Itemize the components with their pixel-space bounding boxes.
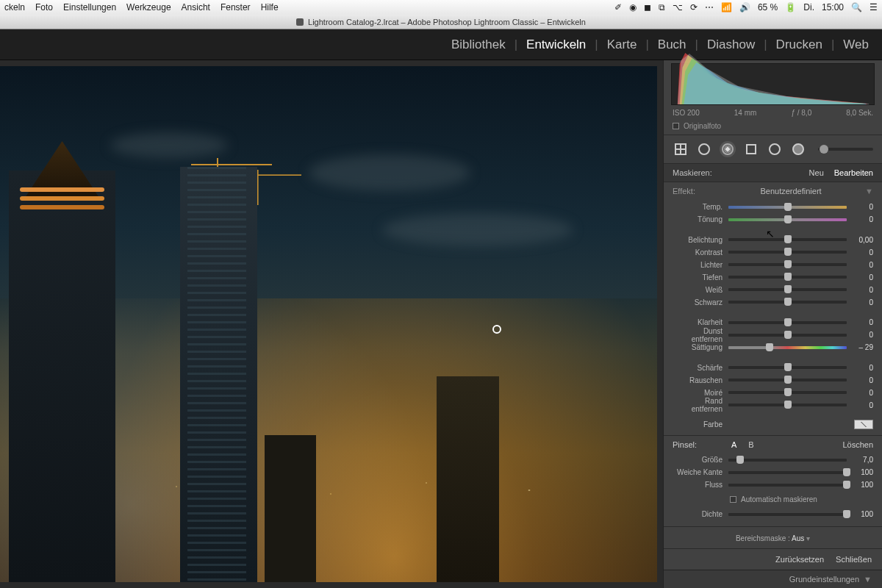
slider-knob[interactable] xyxy=(784,285,792,293)
menu-ansicht[interactable]: Ansicht xyxy=(182,2,210,12)
adjustment-pin[interactable] xyxy=(492,325,501,334)
chevron-down-icon[interactable]: ▼ xyxy=(865,187,873,196)
slider-knob[interactable] xyxy=(784,215,792,223)
histogram[interactable] xyxy=(671,63,875,105)
range-tool[interactable] xyxy=(790,141,806,157)
checkbox-icon[interactable] xyxy=(673,123,679,129)
cc-icon[interactable]: ◉ xyxy=(629,2,637,12)
chevron-down-icon[interactable]: ▾ xyxy=(806,534,810,542)
tone-slider-kontrast[interactable]: Kontrast0 xyxy=(664,246,882,259)
brush-b[interactable]: B xyxy=(748,440,753,449)
slider-value[interactable]: 0 xyxy=(847,273,873,282)
color-row[interactable]: Farbe xyxy=(664,417,882,432)
brush-slider-gre[interactable]: Größe7,0 xyxy=(664,453,882,466)
slider-value[interactable]: 0 xyxy=(847,331,873,339)
presence-slider-sttigung[interactable]: Sättigung– 29 xyxy=(664,341,882,354)
slider-value[interactable]: – 29 xyxy=(847,343,873,351)
close-button[interactable]: Schließen xyxy=(836,555,872,564)
slider-knob[interactable] xyxy=(784,298,792,306)
slider-value[interactable]: 0 xyxy=(847,261,873,269)
effect-row[interactable]: Effekt: Benutzerdefiniert ▼ xyxy=(664,182,882,198)
slider-knob[interactable] xyxy=(784,331,792,339)
slider-value[interactable]: 100 xyxy=(847,510,873,518)
chevron-down-icon[interactable]: ▼ xyxy=(864,575,872,584)
wb-slider-tnung[interactable]: Tönung0 xyxy=(664,213,882,226)
module-entwickeln[interactable]: Entwickeln xyxy=(526,37,586,52)
display-icon[interactable]: ⌥ xyxy=(673,2,683,12)
brush-a[interactable]: A xyxy=(731,440,736,449)
slider-knob[interactable] xyxy=(784,248,792,256)
brush-delete[interactable]: Löschen xyxy=(842,440,873,449)
original-photo-toggle[interactable]: Originalfoto xyxy=(664,119,882,135)
bookmark-icon[interactable]: ⧉ xyxy=(659,2,665,12)
slider-knob[interactable] xyxy=(784,203,792,211)
slider-knob[interactable] xyxy=(784,260,792,268)
detail-slider-schrfe[interactable]: Schärfe0 xyxy=(664,362,882,374)
tone-slider-belichtung[interactable]: Belichtung0,00 xyxy=(664,234,882,246)
menu-fenster[interactable]: Fenster xyxy=(220,2,251,12)
mask-edit[interactable]: Bearbeiten xyxy=(834,168,873,177)
presence-slider-dunstentfernen[interactable]: Dunst entfernen0 xyxy=(664,329,882,341)
slider-knob[interactable] xyxy=(784,376,792,384)
tone-slider-wei[interactable]: Weiß0 xyxy=(664,284,882,296)
gradient-tool[interactable] xyxy=(743,141,759,157)
basic-panel-header[interactable]: Grundeinstellungen ▼ xyxy=(664,570,882,588)
reset-button[interactable]: Zurücksetzen xyxy=(775,555,824,564)
tool-size-slider[interactable] xyxy=(818,148,873,151)
menu-foto[interactable]: Foto xyxy=(35,2,53,12)
slider-knob[interactable] xyxy=(784,273,792,281)
menu-icon[interactable]: ☰ xyxy=(870,2,878,12)
radial-tool[interactable] xyxy=(696,141,712,157)
slider-knob[interactable] xyxy=(784,318,792,326)
slider-knob[interactable] xyxy=(784,363,792,371)
wb-slider-temp[interactable]: Temp.0 xyxy=(664,201,882,213)
spotlight-icon[interactable]: 🔍 xyxy=(851,2,862,12)
slider-value[interactable]: 0,00 xyxy=(847,236,873,244)
auto-mask-toggle[interactable]: Automatisch maskieren xyxy=(664,493,882,506)
image-canvas[interactable] xyxy=(0,60,663,588)
brush-slider-weichekante[interactable]: Weiche Kante100 xyxy=(664,466,882,478)
dropdown-icon[interactable]: ⋯ xyxy=(705,2,714,12)
slider-knob[interactable] xyxy=(843,510,850,518)
slider-value[interactable]: 0 xyxy=(847,286,873,294)
menu-werkzeuge[interactable]: Werkzeuge xyxy=(126,2,171,12)
slider-knob[interactable] xyxy=(784,235,792,243)
module-karte[interactable]: Karte xyxy=(607,37,637,52)
brush-slider-fluss[interactable]: Fluss100 xyxy=(664,478,882,491)
detail-slider-randentfernen[interactable]: Rand entfernen0 xyxy=(664,399,882,412)
brush-slider-dichte[interactable]: Dichte100 xyxy=(664,508,882,520)
slider-knob[interactable] xyxy=(843,468,850,476)
checkbox-icon[interactable] xyxy=(730,496,736,503)
slider-knob[interactable] xyxy=(736,456,744,464)
menu-einstellungen[interactable]: Einstellungen xyxy=(63,2,116,12)
radial-gradient-tool[interactable] xyxy=(767,141,783,157)
slider-value[interactable]: 0 xyxy=(847,318,873,326)
detail-slider-rauschen[interactable]: Rauschen0 xyxy=(664,374,882,387)
color-swatch[interactable] xyxy=(854,420,873,429)
slider-value[interactable]: 0 xyxy=(847,364,873,372)
slider-value[interactable]: 7,0 xyxy=(847,456,873,464)
slider-value[interactable]: 0 xyxy=(847,376,873,384)
slider-value[interactable]: 0 xyxy=(847,389,873,397)
slider-value[interactable]: 0 xyxy=(847,248,873,257)
stop-icon[interactable]: ◼ xyxy=(644,2,651,12)
slider-knob[interactable] xyxy=(784,401,792,409)
mask-new[interactable]: Neu xyxy=(809,168,824,177)
slider-knob[interactable] xyxy=(843,481,850,489)
brush-tool[interactable] xyxy=(720,141,736,157)
slider-value[interactable]: 0 xyxy=(847,215,873,223)
menu-hilfe[interactable]: Hilfe xyxy=(261,2,279,12)
crop-tool[interactable] xyxy=(673,141,689,157)
slider-value[interactable]: 0 xyxy=(847,298,873,306)
volume-icon[interactable]: 🔊 xyxy=(739,2,750,12)
range-mask-row[interactable]: Bereichsmaske : Aus ▾ xyxy=(664,526,882,548)
slider-value[interactable]: 0 xyxy=(847,203,873,211)
module-bibliothek[interactable]: Bibliothek xyxy=(451,37,506,52)
slider-knob[interactable] xyxy=(766,343,773,351)
wifi-icon[interactable]: 📶 xyxy=(721,2,732,12)
tone-slider-lichter[interactable]: Lichter0 xyxy=(664,259,882,271)
tone-slider-tiefen[interactable]: Tiefen0 xyxy=(664,271,882,284)
slider-value[interactable]: 100 xyxy=(847,481,873,489)
slider-knob[interactable] xyxy=(784,388,792,396)
tone-slider-schwarz[interactable]: Schwarz0 xyxy=(664,296,882,309)
